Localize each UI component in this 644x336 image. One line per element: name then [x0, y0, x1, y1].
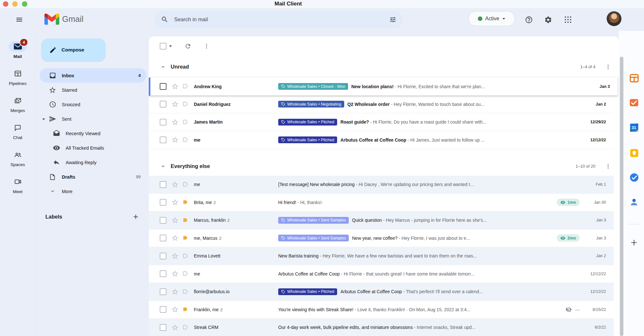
select-all-checkbox[interactable]	[160, 43, 166, 50]
streak-box-icon[interactable]	[183, 119, 189, 125]
section-more-icon[interactable]	[605, 64, 611, 70]
addon-keep-icon[interactable]	[629, 147, 639, 158]
email-view-tracking-badge[interactable]: 1mo	[557, 199, 580, 206]
email-row[interactable]: Marcus, franklin2 Wholesale Sales • Sent…	[149, 211, 614, 229]
pipeline-stage-badge[interactable]: Wholesale Sales • Pitched	[278, 119, 337, 126]
rail-item-pipelines[interactable]: Pipelines	[0, 68, 35, 86]
streak-box-icon[interactable]	[183, 217, 189, 223]
search-input[interactable]	[174, 16, 386, 23]
star-icon[interactable]	[171, 100, 179, 108]
pipeline-stage-badge[interactable]: Wholesale Sales • Sent Samples	[278, 235, 349, 241]
star-icon[interactable]	[171, 252, 179, 260]
refresh-icon[interactable]	[185, 43, 191, 50]
streak-box-icon[interactable]	[183, 137, 189, 143]
row-checkbox[interactable]	[160, 83, 166, 90]
star-icon[interactable]	[171, 136, 179, 144]
sidebar-item-starred[interactable]: Starred	[40, 83, 147, 97]
email-row[interactable]: Andrew King Wholesale Sales • Closed - W…	[149, 78, 618, 96]
compose-button[interactable]: Compose	[42, 39, 105, 61]
streak-box-icon[interactable]	[183, 253, 189, 259]
pipeline-stage-badge[interactable]: Wholesale Sales • Pitched	[278, 136, 337, 143]
streak-box-icon[interactable]	[183, 83, 189, 89]
addon-streak-icon[interactable]	[629, 73, 639, 84]
row-checkbox[interactable]	[160, 253, 166, 259]
sidebar-item-drafts[interactable]: Drafts 99	[40, 170, 147, 184]
star-icon[interactable]	[171, 199, 179, 206]
row-checkbox[interactable]	[160, 288, 166, 295]
streak-box-icon[interactable]	[183, 271, 189, 277]
star-icon[interactable]	[171, 234, 179, 242]
row-checkbox[interactable]	[160, 101, 166, 107]
star-icon[interactable]	[171, 306, 179, 313]
search-options-icon[interactable]	[386, 13, 399, 26]
sidebar-item-snoozed[interactable]: Snoozed	[40, 97, 147, 112]
email-row[interactable]: Brita, me2 Hi friend! - Hi, thanks!· 1mo…	[149, 194, 614, 212]
row-checkbox[interactable]	[160, 270, 166, 277]
addon-mail-check-icon[interactable]	[629, 97, 639, 108]
sidebar-item-awaiting-reply[interactable]: Awaiting Reply	[40, 155, 147, 170]
more-options-icon[interactable]	[204, 43, 210, 49]
email-view-tracking-badge[interactable]: 2mo	[557, 234, 580, 242]
section-more-icon[interactable]	[605, 163, 611, 169]
streak-box-icon[interactable]	[183, 289, 189, 295]
star-icon[interactable]	[171, 288, 179, 295]
rail-item-chat[interactable]: Chat	[0, 122, 35, 140]
pipeline-stage-badge[interactable]: Wholesale Sales • Negotiating	[278, 101, 344, 107]
addon-calendar-icon[interactable]: 31	[629, 122, 639, 133]
select-dropdown-caret-icon[interactable]	[169, 44, 172, 48]
star-icon[interactable]	[171, 270, 179, 277]
streak-box-icon[interactable]	[183, 182, 189, 188]
sidebar-item-sent[interactable]: Sent	[40, 112, 147, 126]
email-row[interactable]: me Arbutus Coffee at Coffee Coop - Hi Fl…	[149, 265, 614, 283]
status-dropdown[interactable]: Active	[469, 11, 515, 26]
hamburger-menu-icon[interactable]	[13, 13, 26, 26]
rail-item-merges[interactable]: Merges	[0, 95, 35, 113]
email-row[interactable]: me [Test message] New wholesale pricing …	[149, 176, 614, 194]
star-icon[interactable]	[171, 181, 179, 188]
email-row[interactable]: me Wholesale Sales • PitchedArbutus Coff…	[149, 131, 614, 149]
streak-box-icon[interactable]	[183, 199, 189, 205]
row-checkbox[interactable]	[160, 217, 166, 224]
email-row[interactable]: florrie@arbutus.io Wholesale Sales • Pit…	[149, 283, 614, 301]
expander-caret-icon[interactable]	[42, 117, 45, 121]
row-checkbox[interactable]	[160, 181, 166, 188]
email-row[interactable]: Franklin, me2 You're viewing this with S…	[149, 301, 614, 319]
streak-box-icon[interactable]	[183, 235, 189, 241]
email-row[interactable]: Emma Lovett New Barista training - Hey F…	[149, 247, 614, 265]
sidebar-item-more[interactable]: More	[40, 184, 147, 199]
rail-item-spaces[interactable]: Spaces	[0, 149, 35, 167]
star-icon[interactable]	[171, 118, 179, 126]
email-row[interactable]: me, Marcus2 Wholesale Sales • Sent Sampl…	[149, 229, 614, 247]
streak-box-icon[interactable]	[183, 306, 189, 313]
add-label-icon[interactable]	[132, 213, 139, 220]
rail-item-meet[interactable]: Meet	[0, 176, 35, 194]
addon-contacts-icon[interactable]	[629, 197, 639, 208]
email-row[interactable]: Streak CRM Our 4-day work week, bulk pip…	[149, 319, 614, 336]
collapse-section-icon[interactable]	[160, 64, 166, 70]
email-row[interactable]: Daniel Rodriguez Wholesale Sales • Negot…	[149, 96, 614, 114]
apps-grid-icon[interactable]	[562, 13, 574, 26]
settings-gear-icon[interactable]	[542, 13, 554, 26]
row-checkbox[interactable]	[160, 119, 166, 126]
profile-avatar[interactable]	[607, 11, 621, 26]
collapse-section-icon[interactable]	[160, 163, 166, 169]
streak-box-icon[interactable]	[183, 101, 189, 107]
row-checkbox[interactable]	[160, 235, 166, 241]
search-icon[interactable]	[161, 16, 168, 23]
sidebar-item-recently-viewed[interactable]: Recently Viewed	[40, 126, 147, 141]
select-all-control[interactable]	[160, 43, 172, 50]
addon-tasks-icon[interactable]	[629, 172, 639, 183]
help-icon[interactable]	[522, 13, 535, 26]
pipeline-stage-badge[interactable]: Wholesale Sales • Sent Samples	[278, 217, 349, 224]
email-row[interactable]: James Martin Wholesale Sales • PitchedRo…	[149, 113, 614, 131]
sidebar-item-inbox[interactable]: Inbox 4	[40, 68, 147, 83]
pipeline-stage-badge[interactable]: Wholesale Sales • Pitched	[278, 288, 337, 295]
search-bar[interactable]	[155, 11, 402, 28]
star-icon[interactable]	[171, 217, 179, 224]
addon-plus-icon[interactable]	[629, 237, 639, 248]
pipeline-stage-badge[interactable]: Wholesale Sales • Closed - Won	[278, 83, 348, 90]
row-checkbox[interactable]	[160, 136, 166, 143]
streak-box-icon[interactable]	[183, 324, 189, 331]
list-scrollbar[interactable]	[620, 57, 623, 336]
star-icon[interactable]	[171, 83, 179, 90]
